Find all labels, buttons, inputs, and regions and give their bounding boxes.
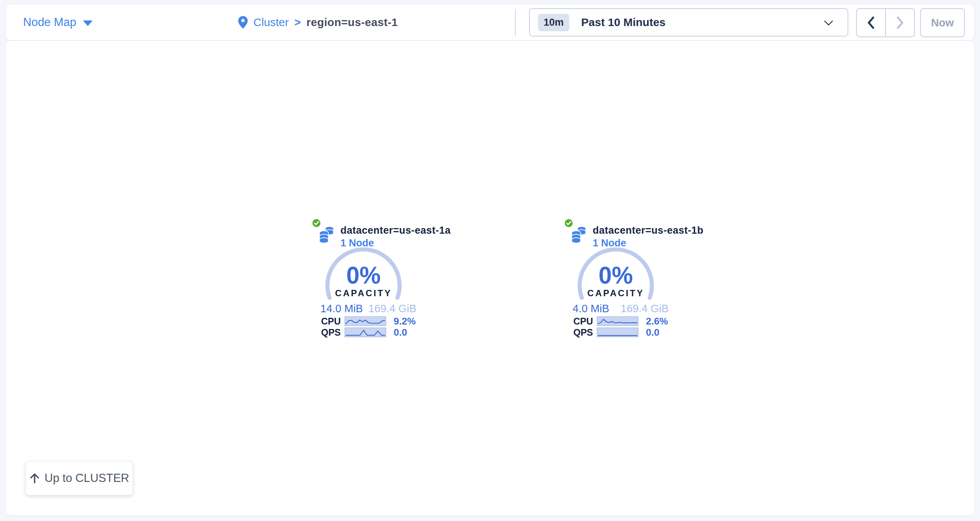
up-to-cluster-button[interactable]: Up to CLUSTER xyxy=(25,461,133,496)
time-range-label: Past 10 Minutes xyxy=(581,16,666,29)
cpu-value: 9.2% xyxy=(394,315,415,327)
topbar-divider xyxy=(515,9,515,36)
qps-sparkline xyxy=(597,328,638,337)
capacity-percentage: 0% xyxy=(308,263,419,287)
locality-title: datacenter=us-east-1b xyxy=(593,224,703,237)
metric-row-qps: QPS 0.0 xyxy=(573,327,659,338)
qps-label: QPS xyxy=(573,327,590,338)
breadcrumb-current: region=us-east-1 xyxy=(307,16,398,29)
metric-row-qps: QPS 0.0 xyxy=(321,327,407,338)
cpu-sparkline xyxy=(597,316,638,326)
cpu-label: CPU xyxy=(573,316,590,327)
topbar: Node Map Cluster > region=us-east-1 10m … xyxy=(6,5,974,40)
capacity-values: 4.0 MiB 169.4 GiB xyxy=(573,303,668,315)
capacity-percentage: 0% xyxy=(560,263,671,287)
capacity-values: 14.0 MiB 169.4 GiB xyxy=(320,303,416,315)
locality-title: datacenter=us-east-1a xyxy=(340,224,450,237)
view-selector-label: Node Map xyxy=(23,16,76,29)
capacity-total: 169.4 GiB xyxy=(368,303,416,315)
locality-card[interactable]: datacenter=us-east-1b 1 Node 0% CAPACITY… xyxy=(560,218,671,346)
chevron-left-icon xyxy=(867,16,875,29)
time-range-selector[interactable]: 10m Past 10 Minutes xyxy=(529,8,848,37)
next-time-button[interactable] xyxy=(886,8,915,37)
chevron-right-icon xyxy=(896,16,904,29)
chevron-down-icon xyxy=(824,20,834,26)
capacity-label: CAPACITY xyxy=(560,288,671,298)
locality-card[interactable]: datacenter=us-east-1a 1 Node 0% CAPACITY… xyxy=(308,218,419,346)
up-to-cluster-label: Up to CLUSTER xyxy=(45,472,129,485)
capacity-total: 169.4 GiB xyxy=(620,303,668,315)
qps-value: 0.0 xyxy=(394,327,407,338)
capacity-used: 14.0 MiB xyxy=(320,303,363,315)
arrow-up-icon xyxy=(29,473,40,484)
metric-row-cpu: CPU 2.6% xyxy=(573,315,668,327)
breadcrumb: Cluster > region=us-east-1 xyxy=(238,5,398,40)
qps-value: 0.0 xyxy=(646,327,659,338)
caret-down-icon xyxy=(83,21,93,26)
qps-label: QPS xyxy=(321,327,338,338)
locality-header: datacenter=us-east-1b 1 Node xyxy=(593,224,703,249)
metric-row-cpu: CPU 9.2% xyxy=(321,315,415,327)
time-range-badge: 10m xyxy=(538,14,569,31)
capacity-used: 4.0 MiB xyxy=(573,303,609,315)
status-check-icon xyxy=(564,218,574,229)
capacity-label: CAPACITY xyxy=(308,288,419,298)
cpu-label: CPU xyxy=(321,316,338,327)
cpu-sparkline xyxy=(345,316,386,326)
node-map-canvas: datacenter=us-east-1a 1 Node 0% CAPACITY… xyxy=(6,41,974,515)
qps-sparkline xyxy=(345,328,386,337)
time-nav-group xyxy=(856,8,915,37)
breadcrumb-cluster-link[interactable]: Cluster xyxy=(253,16,289,29)
prev-time-button[interactable] xyxy=(856,8,886,37)
view-selector[interactable]: Node Map xyxy=(23,5,93,40)
now-button[interactable]: Now xyxy=(920,8,965,37)
cpu-value: 2.6% xyxy=(646,315,668,327)
location-pin-icon xyxy=(238,16,248,29)
locality-header: datacenter=us-east-1a 1 Node xyxy=(340,224,450,249)
breadcrumb-separator: > xyxy=(294,16,301,29)
status-check-icon xyxy=(312,218,321,229)
